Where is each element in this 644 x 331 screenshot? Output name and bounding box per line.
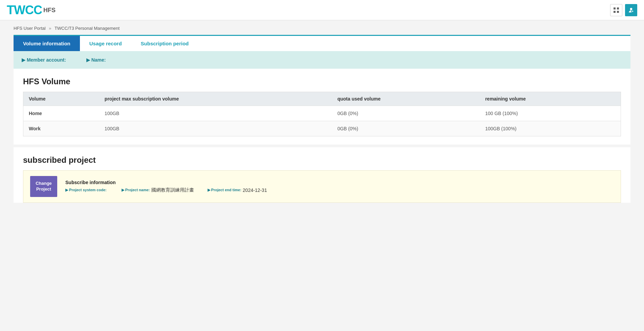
- table-row: Work 100GB 0GB (0%) 100GB (100%): [23, 121, 621, 136]
- breadcrumb: HFS User Portal » TWCC/T3 Personal Manag…: [14, 26, 630, 31]
- project-end-time-value: 2024-12-31: [243, 187, 267, 193]
- tab-usage-record[interactable]: Usage record: [80, 36, 131, 51]
- subscribed-project-title: subscribed project: [23, 155, 621, 165]
- breadcrumb-link-1[interactable]: HFS User Portal: [14, 26, 46, 31]
- tabs-container: Volume information Usage record Subscrip…: [14, 35, 630, 51]
- grid-icon: [614, 7, 619, 13]
- row-work-quota-used: 0GB (0%): [332, 121, 479, 136]
- header: TWCC HFS: [0, 0, 644, 20]
- row-home-volume: Home: [23, 106, 99, 121]
- row-work-max-sub: 100GB: [99, 121, 332, 136]
- col-header-quota-used: quota used volume: [332, 92, 479, 106]
- table-row: Home 100GB 0GB (0%) 100 GB (100%): [23, 106, 621, 121]
- logo-twcc: TWCC: [7, 4, 42, 16]
- member-account-field: ▶ Member account:: [22, 57, 66, 63]
- volume-table-header-row: Volume project max subscription volume q…: [23, 92, 621, 106]
- breadcrumb-bar: HFS User Portal » TWCC/T3 Personal Manag…: [0, 20, 644, 35]
- logo-hfs: HFS: [43, 7, 56, 13]
- main-content: Volume information Usage record Subscrip…: [14, 35, 630, 203]
- name-field: ▶ Name:: [86, 57, 106, 63]
- svg-rect-3: [617, 11, 619, 13]
- volume-table-header: Volume project max subscription volume q…: [23, 92, 621, 106]
- project-name-value: 國網教育訓練用計畫: [151, 187, 194, 193]
- change-project-button[interactable]: ChangeProject: [30, 176, 57, 197]
- header-right: [610, 4, 637, 16]
- project-card: ChangeProject Subscribe information ▶ Pr…: [23, 170, 621, 203]
- breadcrumb-separator: »: [49, 26, 51, 31]
- row-work-remaining: 100GB (100%): [480, 121, 621, 136]
- col-header-volume: Volume: [23, 92, 99, 106]
- logo-container: TWCC HFS: [7, 4, 56, 16]
- project-name-field: ▶ Project name: 國網教育訓練用計畫: [122, 187, 194, 193]
- grid-icon-button[interactable]: [610, 4, 622, 16]
- hfs-volume-title: HFS Volume: [23, 77, 621, 86]
- col-header-max-sub: project max subscription volume: [99, 92, 332, 106]
- row-home-remaining: 100 GB (100%): [480, 106, 621, 121]
- project-system-code-label: ▶ Project system code:: [65, 188, 107, 192]
- project-system-code-field: ▶ Project system code:: [65, 188, 108, 192]
- project-end-time-field: ▶ Project end time: 2024-12-31: [208, 187, 267, 193]
- volume-table: Volume project max subscription volume q…: [23, 92, 621, 136]
- project-fields: ▶ Project system code: ▶ Project name: 國…: [65, 187, 614, 193]
- project-name-label: ▶ Project name:: [122, 188, 150, 192]
- row-home-max-sub: 100GB: [99, 106, 332, 121]
- tab-volume-information[interactable]: Volume information: [14, 36, 80, 51]
- col-header-remaining: remaining volume: [480, 92, 621, 106]
- svg-rect-0: [614, 7, 616, 9]
- project-info: Subscribe information ▶ Project system c…: [65, 180, 614, 193]
- row-work-volume: Work: [23, 121, 99, 136]
- subscribe-info-title: Subscribe information: [65, 180, 614, 185]
- volume-table-body: Home 100GB 0GB (0%) 100 GB (100%) Work 1…: [23, 106, 621, 136]
- member-account-label: ▶ Member account:: [22, 57, 66, 63]
- subscribed-project-section: subscribed project ChangeProject Subscri…: [14, 147, 630, 203]
- tab-subscription-period[interactable]: Subscription period: [131, 36, 198, 51]
- svg-rect-1: [617, 7, 619, 9]
- name-label: ▶ Name:: [86, 57, 106, 63]
- row-home-quota-used: 0GB (0%): [332, 106, 479, 121]
- svg-rect-2: [614, 11, 616, 13]
- user-icon: [628, 7, 635, 14]
- hfs-volume-section: HFS Volume Volume project max subscripti…: [14, 69, 630, 145]
- svg-point-4: [630, 8, 632, 10]
- info-bar: ▶ Member account: ▶ Name:: [14, 51, 630, 69]
- user-icon-button[interactable]: [625, 4, 637, 16]
- project-end-time-label: ▶ Project end time:: [208, 188, 241, 192]
- breadcrumb-current: TWCC/T3 Personal Management: [55, 26, 120, 31]
